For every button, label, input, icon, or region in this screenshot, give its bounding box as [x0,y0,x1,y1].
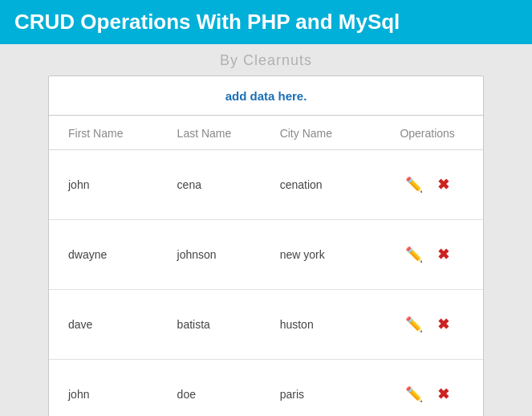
col-lastname: Last Name [169,116,272,150]
cell-lastname: johnson [169,220,272,290]
table-header-row: First Name Last Name City Name Operation… [49,116,483,150]
delete-button[interactable]: ✖ [437,176,449,194]
delete-button[interactable]: ✖ [437,316,449,333]
main-container: add data here. First Name Last Name City… [0,75,532,416]
table-row: johndoeparis✏️✖ [49,360,483,417]
add-data-row: add data here. [49,76,483,116]
cell-operations: ✏️✖ [372,360,483,417]
table-row: johncenacenation✏️✖ [49,150,483,220]
delete-button[interactable]: ✖ [437,385,449,403]
data-table: First Name Last Name City Name Operation… [49,116,483,416]
edit-button[interactable]: ✏️ [405,176,423,194]
cell-firstname: john [49,360,169,417]
cell-operations: ✏️✖ [372,220,483,290]
cell-operations: ✏️✖ [372,290,483,360]
delete-button[interactable]: ✖ [437,246,449,263]
add-data-link[interactable]: add data here. [225,89,307,103]
cell-firstname: dave [49,290,169,360]
cell-cityname: new york [272,220,372,290]
cell-cityname: paris [272,360,372,417]
col-firstname: First Name [49,116,169,150]
table-wrapper: add data here. First Name Last Name City… [48,75,484,416]
col-cityname: City Name [272,116,372,150]
table-row: dwaynejohnsonnew york✏️✖ [49,220,483,290]
cell-cityname: huston [272,290,372,360]
subtitle: By Clearnuts [0,44,532,75]
cell-firstname: dwayne [49,220,169,290]
cell-operations: ✏️✖ [372,150,483,220]
edit-button[interactable]: ✏️ [405,385,423,403]
table-row: davebatistahuston✏️✖ [49,290,483,360]
cell-lastname: doe [169,360,272,417]
edit-button[interactable]: ✏️ [405,246,423,263]
col-operations: Operations [372,116,483,150]
cell-lastname: batista [169,290,272,360]
header: CRUD Operations With PHP and MySql [0,0,532,44]
header-title: CRUD Operations With PHP and MySql [14,10,400,34]
cell-cityname: cenation [272,150,372,220]
cell-lastname: cena [169,150,272,220]
cell-firstname: john [49,150,169,220]
edit-button[interactable]: ✏️ [405,316,423,333]
